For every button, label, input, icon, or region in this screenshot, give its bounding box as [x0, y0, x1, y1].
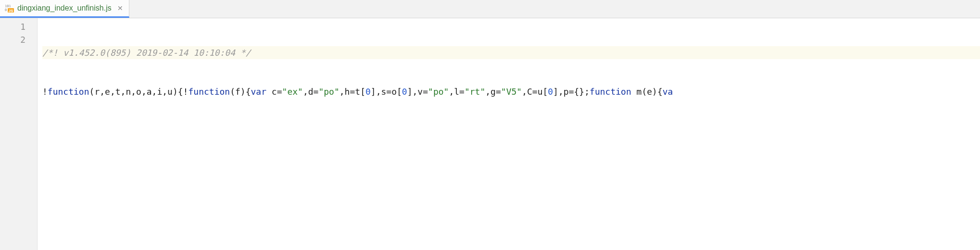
code-line-2: !function(r,e,t,n,o,a,i,u){!function(f){… [42, 85, 980, 98]
svg-text:101: 101 [5, 4, 11, 8]
svg-text:JS: JS [9, 9, 13, 13]
tab-filename: dingxiang_index_unfinish.js [17, 4, 112, 12]
svg-text:0: 0 [5, 8, 7, 12]
code-editor: 1 2 /*! v1.452.0(895) 2019-02-14 10:10:0… [0, 18, 980, 250]
js-file-icon: 101 0 JS [5, 3, 14, 13]
tab-bar: 101 0 JS dingxiang_index_unfinish.js ✕ [0, 0, 980, 18]
line-number[interactable]: 1 [0, 20, 25, 33]
editor-tab[interactable]: 101 0 JS dingxiang_index_unfinish.js ✕ [0, 0, 129, 18]
code-line-1: /*! v1.452.0(895) 2019-02-14 10:10:04 */ [42, 46, 980, 59]
code-area[interactable]: /*! v1.452.0(895) 2019-02-14 10:10:04 */… [38, 18, 980, 250]
close-icon[interactable]: ✕ [116, 4, 124, 12]
gutter: 1 2 [0, 18, 38, 250]
line-number[interactable]: 2 [0, 33, 25, 46]
comment-token: /*! v1.452.0(895) 2019-02-14 10:10:04 */ [42, 48, 251, 58]
